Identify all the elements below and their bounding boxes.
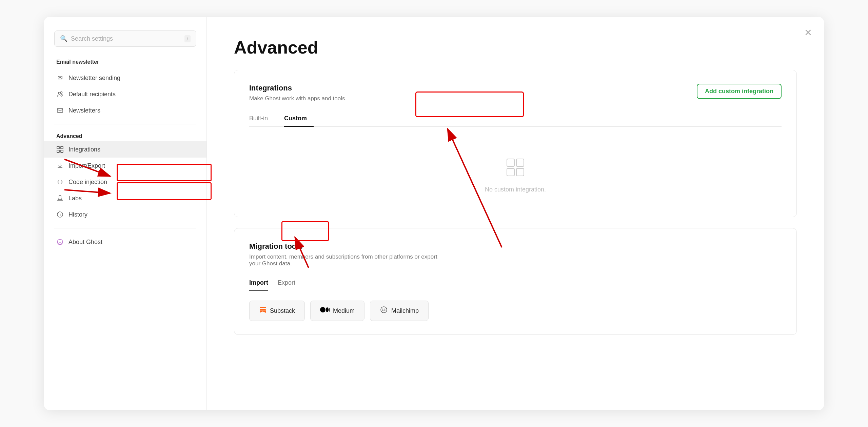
sidebar-divider-2 xyxy=(54,228,196,228)
sidebar-item-label: Newsletters xyxy=(68,107,100,114)
page-title: Advanced xyxy=(234,37,797,58)
tab-built-in[interactable]: Built-in xyxy=(249,111,275,127)
migration-tab-export[interactable]: Export xyxy=(278,277,295,291)
history-icon xyxy=(56,211,64,218)
email-section-label: Email newsletter xyxy=(44,59,206,70)
sidebar-item-newsletters[interactable]: Newsletters xyxy=(44,102,206,119)
migration-tab-import[interactable]: Import xyxy=(249,277,268,291)
substack-icon xyxy=(259,306,267,316)
import-export-icon xyxy=(56,162,64,169)
settings-modal: × 🔍 Search settings / Email newsletter ✉… xyxy=(44,17,824,410)
sidebar-item-label: Import/Export xyxy=(68,162,105,169)
svg-point-17 xyxy=(329,308,330,312)
svg-point-15 xyxy=(320,307,326,312)
sidebar-item-label: Default recipients xyxy=(68,91,116,98)
svg-point-18 xyxy=(381,307,387,313)
sidebar-item-default-recipients[interactable]: Default recipients xyxy=(44,86,206,102)
medium-label: Medium xyxy=(333,307,355,314)
integrations-header-text: Integrations Make Ghost work with apps a… xyxy=(249,84,345,111)
svg-point-20 xyxy=(384,309,386,310)
integrations-tabs: Built-in Custom xyxy=(249,111,782,127)
substack-label: Substack xyxy=(270,307,295,314)
import-medium-button[interactable]: Medium xyxy=(310,301,364,321)
newsletters-icon xyxy=(56,107,64,114)
migration-subtitle: Import content, members and subscription… xyxy=(249,253,782,267)
svg-rect-2 xyxy=(57,108,63,113)
sidebar-item-code-injection[interactable]: Code injection xyxy=(44,174,206,190)
integrations-empty-state: No custom integration. xyxy=(249,140,782,203)
sidebar-item-label: History xyxy=(68,211,87,218)
svg-point-0 xyxy=(58,92,60,94)
sidebar-item-integrations[interactable]: Integrations xyxy=(44,141,206,158)
sidebar-item-label: Code injection xyxy=(68,179,107,186)
svg-rect-3 xyxy=(57,146,59,149)
default-recipients-icon xyxy=(56,90,64,98)
main-content: Advanced Integrations Make Ghost work wi… xyxy=(207,17,824,410)
import-substack-button[interactable]: Substack xyxy=(249,301,305,321)
svg-rect-10 xyxy=(516,159,524,166)
svg-rect-11 xyxy=(507,168,514,176)
code-injection-icon xyxy=(56,178,64,186)
sidebar-item-newsletter-sending[interactable]: ✉ Newsletter sending xyxy=(44,70,206,86)
newsletter-sending-icon: ✉ xyxy=(56,74,64,82)
integrations-icon xyxy=(56,146,64,153)
migration-card: Migration tools Import content, members … xyxy=(234,228,797,335)
labs-icon xyxy=(56,195,64,202)
sidebar-item-labs[interactable]: Labs xyxy=(44,190,206,206)
sidebar-item-label: About Ghost xyxy=(68,239,102,246)
medium-icon xyxy=(320,306,330,316)
migration-title: Migration tools xyxy=(249,242,782,251)
integrations-header-row: Integrations Make Ghost work with apps a… xyxy=(249,84,782,111)
mailchimp-icon xyxy=(380,306,388,316)
search-icon: 🔍 xyxy=(60,35,67,42)
svg-point-1 xyxy=(61,92,62,94)
svg-rect-4 xyxy=(61,146,63,149)
integrations-card: Integrations Make Ghost work with apps a… xyxy=(234,70,797,217)
mailchimp-label: Mailchimp xyxy=(391,307,419,314)
close-button[interactable]: × xyxy=(805,26,812,39)
sidebar-item-label: Newsletter sending xyxy=(68,75,120,82)
tab-custom[interactable]: Custom xyxy=(284,111,314,127)
sidebar-item-history[interactable]: History xyxy=(44,206,206,223)
svg-rect-13 xyxy=(260,307,266,308)
sidebar-item-label: Labs xyxy=(68,195,82,202)
sidebar-item-import-export[interactable]: Import/Export xyxy=(44,158,206,174)
search-bar[interactable]: 🔍 Search settings / xyxy=(54,30,196,47)
integrations-subtitle: Make Ghost work with apps and tools xyxy=(249,95,345,102)
add-custom-integration-button[interactable]: Add custom integration xyxy=(697,84,782,99)
svg-point-16 xyxy=(326,307,329,312)
integrations-empty-text: No custom integration. xyxy=(485,186,546,193)
advanced-section-label: Advanced xyxy=(44,130,206,141)
sidebar-item-about-ghost[interactable]: About Ghost xyxy=(44,234,206,250)
svg-rect-9 xyxy=(507,159,514,166)
svg-rect-5 xyxy=(57,150,59,152)
sidebar-item-label: Integrations xyxy=(68,146,100,153)
sidebar: 🔍 Search settings / Email newsletter ✉ N… xyxy=(44,17,207,410)
svg-rect-6 xyxy=(61,150,63,152)
about-ghost-icon xyxy=(56,238,64,246)
svg-rect-12 xyxy=(516,168,524,176)
sidebar-divider-1 xyxy=(54,124,196,124)
svg-point-8 xyxy=(57,239,63,245)
search-placeholder: Search settings xyxy=(71,35,181,42)
import-buttons: Substack Medium xyxy=(249,301,782,321)
empty-integrations-icon xyxy=(505,157,526,181)
search-shortcut: / xyxy=(184,35,191,42)
migration-tabs: Import Export xyxy=(249,277,782,291)
svg-point-19 xyxy=(382,309,383,310)
import-mailchimp-button[interactable]: Mailchimp xyxy=(370,301,429,321)
integrations-title: Integrations xyxy=(249,84,345,93)
svg-rect-14 xyxy=(260,309,266,310)
